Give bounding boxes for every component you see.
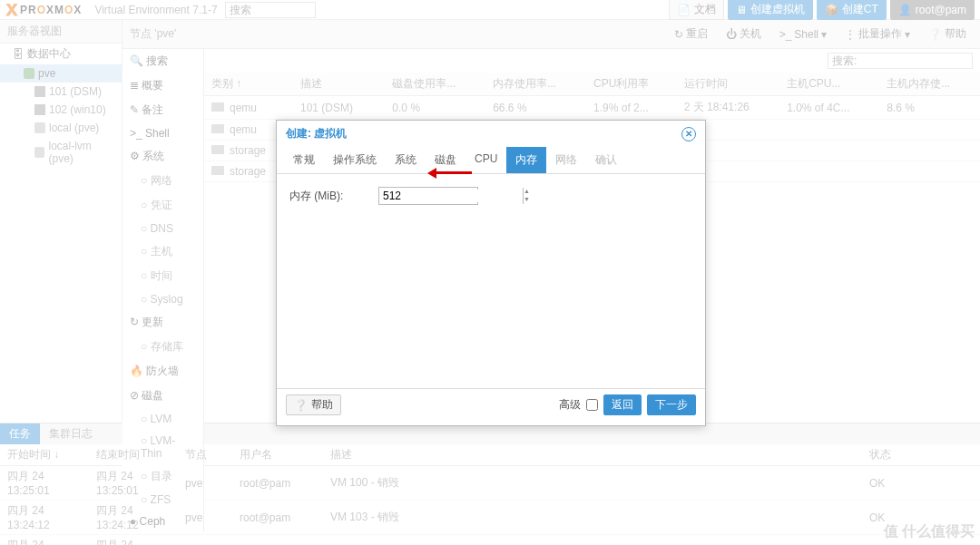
next-button[interactable]: 下一步 (647, 394, 696, 415)
wizard-tab-7: 确认 (586, 147, 626, 173)
wizard-tab-5[interactable]: 内存 (506, 147, 546, 173)
wizard-tab-6: 网络 (546, 147, 586, 173)
create-vm-wizard: 创建: 虚拟机 ✕ 常规操作系统系统磁盘CPU内存网络确认 内存 (MiB): … (276, 120, 706, 426)
memory-spinner[interactable]: ▲▼ (378, 187, 478, 205)
memory-label: 内存 (MiB): (289, 189, 371, 204)
advanced-label: 高级 (559, 397, 581, 413)
advanced-checkbox[interactable] (586, 399, 598, 411)
spin-down-icon[interactable]: ▼ (524, 196, 530, 204)
wizard-tab-4[interactable]: CPU (466, 147, 506, 173)
modal-title: 创建: 虚拟机 (286, 126, 347, 141)
wizard-tab-1[interactable]: 操作系统 (324, 147, 386, 173)
wizard-help-button[interactable]: ❔ 帮助 (286, 394, 341, 415)
spin-up-icon[interactable]: ▲ (524, 188, 530, 196)
wizard-tab-3[interactable]: 磁盘 (426, 147, 466, 173)
memory-input[interactable] (379, 190, 523, 202)
wizard-tab-2[interactable]: 系统 (386, 147, 426, 173)
wizard-tab-0[interactable]: 常规 (284, 147, 324, 173)
back-button[interactable]: 返回 (603, 394, 642, 415)
close-icon[interactable]: ✕ (681, 127, 696, 141)
